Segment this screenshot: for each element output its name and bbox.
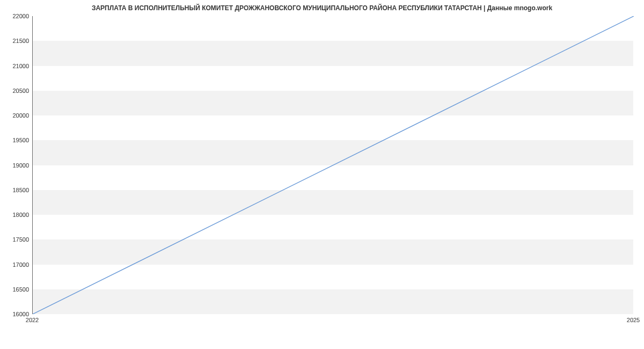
y-tick-label: 21500 [12, 38, 29, 44]
grid-band [33, 140, 633, 165]
y-tick-label: 18000 [12, 212, 29, 218]
y-tick-label: 20000 [12, 112, 29, 119]
chart-container: 1600016500170001750018000185001900019500… [32, 16, 633, 322]
x-tick-label: 2022 [26, 317, 39, 323]
grid-band [33, 41, 633, 66]
plot-area [32, 16, 633, 314]
y-tick-label: 17500 [12, 236, 29, 243]
y-tick-label: 20500 [12, 88, 29, 94]
y-tick-label: 19000 [12, 162, 29, 169]
grid-band [33, 190, 633, 215]
grid-band [33, 289, 633, 314]
y-tick-label: 22000 [12, 13, 29, 19]
y-tick-label: 19500 [12, 137, 29, 143]
grid-band [33, 239, 633, 264]
y-tick-label: 17000 [12, 261, 29, 268]
chart-title: ЗАРПЛАТА В ИСПОЛНИТЕЛЬНЫЙ КОМИТЕТ ДРОЖЖА… [0, 0, 644, 14]
x-tick-label: 2025 [627, 317, 640, 323]
y-tick-label: 16500 [12, 286, 29, 293]
y-tick-label: 21000 [12, 63, 29, 69]
y-tick-label: 18500 [12, 187, 29, 193]
grid-band [33, 91, 633, 115]
